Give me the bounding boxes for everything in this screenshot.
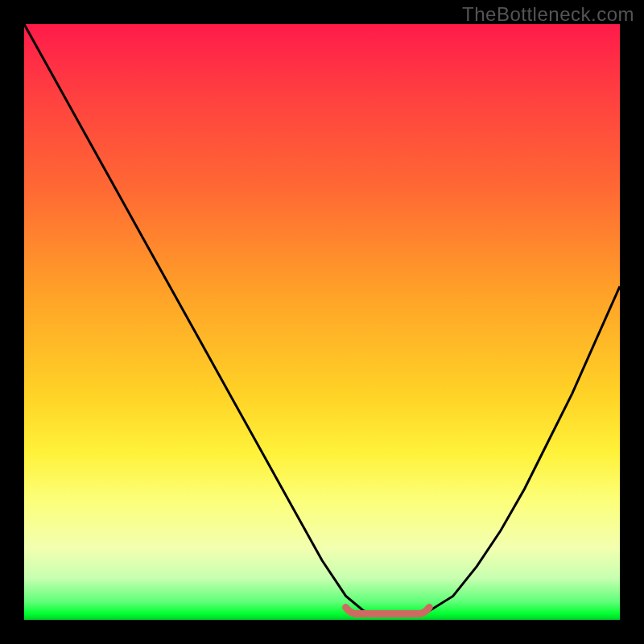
- optimal-marker: [24, 24, 620, 620]
- figure-frame: TheBottleneck.com: [0, 0, 644, 644]
- watermark-text: TheBottleneck.com: [462, 3, 634, 26]
- marker-path: [346, 608, 430, 614]
- plot-area: [24, 24, 620, 620]
